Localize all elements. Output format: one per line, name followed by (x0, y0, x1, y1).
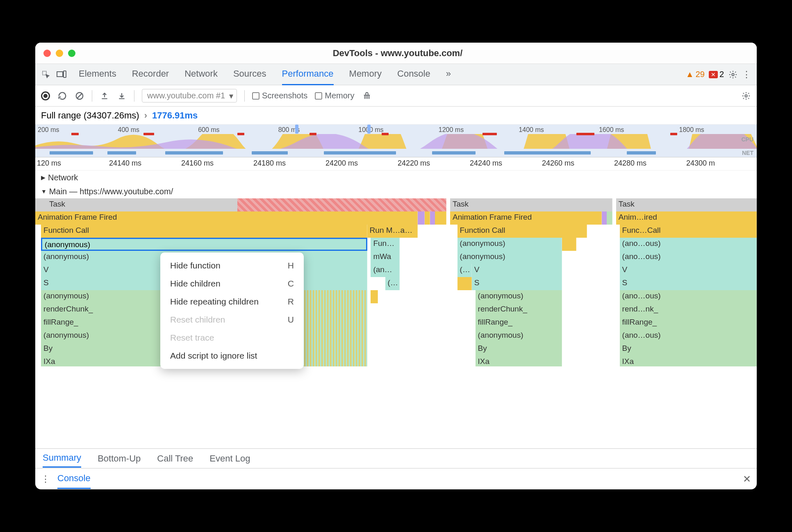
flame-selected-block[interactable]: (anonymous) (41, 238, 367, 251)
load-profile-icon[interactable] (100, 91, 109, 101)
gear-icon[interactable] (728, 70, 738, 80)
svg-rect-1 (57, 72, 63, 77)
details-tabs: Summary Bottom-Up Call Tree Event Log (35, 448, 757, 468)
menu-hide-repeating[interactable]: Hide repeating children R (160, 293, 304, 311)
context-menu: Hide function H Hide children C Hide rep… (160, 252, 304, 369)
main-toolbar: Elements Recorder Network Sources Perfor… (35, 64, 757, 85)
svg-line-5 (77, 93, 82, 98)
tab-bottom-up[interactable]: Bottom-Up (98, 453, 141, 464)
errors-badge[interactable]: ✕2 (709, 70, 724, 79)
net-label: NET (742, 150, 753, 156)
menu-hide-function[interactable]: Hide function H (160, 257, 304, 275)
inspect-icon[interactable] (41, 70, 51, 80)
menu-hide-children[interactable]: Hide children C (160, 275, 304, 293)
tab-elements[interactable]: Elements (79, 64, 116, 85)
more-menu-icon[interactable]: ⋮ (742, 69, 751, 80)
titlebar: DevTools - www.youtube.com/ (35, 43, 757, 64)
tab-recorder[interactable]: Recorder (132, 64, 169, 85)
main-track-header[interactable]: ▼Main — https://www.youtube.com/ (35, 184, 757, 198)
selection-handle-right[interactable] (367, 125, 371, 134)
tab-event-log[interactable]: Event Log (209, 453, 250, 464)
flame-task[interactable]: Task (450, 198, 612, 211)
devtools-window: DevTools - www.youtube.com/ Elements Rec… (35, 43, 757, 489)
svg-point-3 (732, 73, 734, 76)
recording-select[interactable]: www.youtube.com #1 (142, 89, 237, 102)
menu-reset-children: Reset children U (160, 311, 304, 329)
minimize-window-button[interactable] (56, 50, 63, 57)
save-profile-icon[interactable] (117, 91, 127, 101)
screenshots-checkbox[interactable]: Screenshots (252, 91, 307, 100)
console-drawer-tab[interactable]: Console (57, 469, 91, 489)
tab-network[interactable]: Network (184, 64, 218, 85)
full-range-label[interactable]: Full range (34307.26ms) (41, 110, 139, 121)
tab-summary[interactable]: Summary (43, 452, 81, 468)
menu-add-ignore[interactable]: Add script to ignore list (160, 347, 304, 365)
more-tabs[interactable]: » (446, 64, 451, 85)
tab-console[interactable]: Console (397, 64, 430, 85)
clear-icon[interactable] (75, 91, 84, 101)
overview-minimap[interactable]: 200 ms 400 ms 600 ms 800 ms 1000 ms 1200… (35, 125, 757, 157)
chevron-right-icon: › (144, 110, 147, 121)
record-button[interactable] (41, 91, 50, 100)
tracks: ▶Network ▼Main — https://www.youtube.com… (35, 171, 757, 366)
console-drawer: ⋮ Console ✕ (35, 468, 757, 489)
drawer-menu-icon[interactable]: ⋮ (41, 474, 50, 484)
device-icon[interactable] (57, 70, 66, 80)
tab-memory[interactable]: Memory (349, 64, 382, 85)
close-window-button[interactable] (43, 50, 51, 57)
window-title: DevTools - www.youtube.com/ (75, 48, 720, 59)
menu-reset-trace: Reset trace (160, 329, 304, 347)
cpu-usage-graph (35, 134, 757, 149)
tab-sources[interactable]: Sources (233, 64, 266, 85)
selection-handle-left[interactable] (295, 125, 298, 134)
net-usage-bars (35, 151, 757, 155)
close-drawer-icon[interactable]: ✕ (743, 473, 751, 485)
gc-icon[interactable] (362, 91, 372, 101)
svg-point-6 (745, 95, 747, 97)
svg-rect-2 (64, 71, 66, 77)
tab-performance[interactable]: Performance (282, 64, 334, 85)
maximize-window-button[interactable] (68, 50, 75, 57)
flame-chart[interactable]: Task Task Task Animation Frame Fired Ani… (35, 198, 757, 366)
reload-icon[interactable] (57, 91, 67, 101)
memory-checkbox[interactable]: Memory (315, 91, 354, 100)
cpu-label: CPU (741, 136, 753, 143)
capture-settings-icon[interactable] (741, 91, 751, 101)
timeline-ruler[interactable]: 120 ms 24140 ms 24160 ms 24180 ms 24200 … (35, 157, 757, 171)
flame-task[interactable]: Task (616, 198, 757, 211)
network-track-header[interactable]: ▶Network (35, 171, 757, 184)
window-controls (43, 50, 75, 57)
range-breadcrumb: Full range (34307.26ms) › 1776.91ms (35, 107, 757, 125)
current-range[interactable]: 1776.91ms (152, 110, 198, 121)
warnings-badge[interactable]: ▲ 29 (686, 70, 705, 79)
performance-controls: www.youtube.com #1 Screenshots Memory (35, 85, 757, 107)
panel-tabs: Elements Recorder Network Sources Perfor… (79, 64, 451, 85)
tab-call-tree[interactable]: Call Tree (157, 453, 193, 464)
